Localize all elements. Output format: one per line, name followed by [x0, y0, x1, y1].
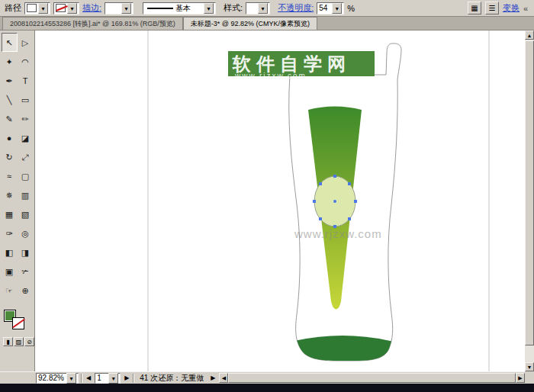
stroke-none-swatch-icon: [56, 4, 66, 12]
magic-wand-tool[interactable]: ✦: [2, 52, 18, 71]
context-label: 路径: [5, 2, 21, 14]
color-mode-button[interactable]: ▮: [3, 337, 13, 346]
opacity-link[interactable]: 不透明度:: [278, 2, 314, 14]
fill-color-dropdown[interactable]: ▾: [24, 2, 50, 14]
watermark-text: www.rjzxw.com: [294, 227, 382, 240]
selection-tool[interactable]: ↖: [2, 33, 18, 52]
artboard-number-select[interactable]: 1 ▾: [95, 373, 121, 384]
paintbrush-tool[interactable]: ✎: [2, 109, 18, 128]
canvas-area[interactable]: 软件自学网 www.rjzxw.com www.rjzxw.com: [35, 31, 525, 371]
zoom-value: 92.82%: [38, 374, 65, 382]
opacity-select[interactable]: 54 ▾: [317, 2, 344, 14]
hand-tool[interactable]: ☞: [2, 281, 18, 300]
blend-tool[interactable]: ◎: [18, 223, 34, 243]
dropdown-arrow-icon[interactable]: ▾: [121, 3, 131, 14]
pencil-tool[interactable]: ✏: [18, 109, 34, 128]
line-tool[interactable]: ╲: [2, 90, 18, 109]
pen-tool[interactable]: ✒: [2, 71, 18, 90]
dropdown-arrow-icon[interactable]: ▾: [204, 3, 214, 14]
rotate-tool[interactable]: ↻: [2, 147, 18, 166]
stroke-swatch[interactable]: [12, 317, 24, 329]
horizontal-scroll-thumb[interactable]: [228, 373, 516, 383]
brush-definition-select[interactable]: 基本 ▾: [143, 2, 216, 14]
brush-name: 基本: [175, 3, 202, 14]
artwork-svg: 软件自学网 www.rjzxw.com www.rjzxw.com: [35, 31, 525, 371]
warp-tool[interactable]: ≈: [2, 166, 18, 185]
scrollbar-corner: [525, 371, 534, 384]
watermark-banner-title: 软件自学网: [232, 53, 351, 74]
shaver-bottom-cap[interactable]: [291, 336, 394, 371]
scroll-up-icon[interactable]: ▲: [525, 31, 534, 40]
dropdown-arrow-icon[interactable]: ▾: [108, 373, 118, 384]
vertical-scrollbar[interactable]: ▲ ▼: [525, 31, 534, 371]
document-tab-bar: 2008102214553286 [转换].ai* @ 169.81% (RGB…: [0, 17, 534, 31]
free-transform-tool[interactable]: ▢: [18, 166, 34, 185]
scale-tool[interactable]: ⤢: [18, 147, 34, 166]
dropdown-arrow-icon[interactable]: ▾: [332, 3, 342, 14]
style-select[interactable]: ▾: [246, 2, 270, 14]
status-bar: 92.82% ▾ ◀ 1 ▾ ▶ 41 次还原：无重做 ▶ ◀ ▶: [0, 371, 534, 384]
symbol-sprayer-tool[interactable]: ✵: [2, 185, 18, 204]
recolor-artwork-button[interactable]: ▦: [468, 2, 481, 14]
scroll-left-icon[interactable]: ◀: [219, 373, 228, 383]
fill-stroke-widget: [4, 310, 30, 333]
blob-brush-tool[interactable]: ●: [2, 128, 18, 147]
live-paint-bucket-tool[interactable]: ◧: [2, 243, 18, 262]
artboard-tool[interactable]: ▣: [2, 262, 18, 281]
eraser-tool[interactable]: ◪: [18, 128, 34, 147]
divider: [133, 374, 134, 383]
paint-mode-buttons: ▮ ▨ ⊘: [3, 337, 34, 346]
illustrator-window: 路径 ▾ ▾ 描边: ▾ 基本 ▾ 样式: ▾ 不透明度: 54 ▾ %: [0, 0, 534, 392]
options-bar: 路径 ▾ ▾ 描边: ▾ 基本 ▾ 样式: ▾ 不透明度: 54 ▾ %: [0, 0, 534, 17]
align-button[interactable]: ☰: [485, 2, 499, 14]
opacity-value: 54: [319, 4, 330, 12]
live-paint-selection-tool[interactable]: ◨: [18, 243, 34, 262]
center-anchor-icon: [333, 200, 336, 203]
zoom-tool[interactable]: ⊕: [18, 281, 34, 300]
next-artboard-button[interactable]: ▶: [123, 374, 130, 381]
prev-artboard-button[interactable]: ◀: [85, 374, 92, 381]
slice-tool[interactable]: ✃: [18, 262, 34, 281]
document-tab-1[interactable]: 2008102214553286 [转换].ai* @ 169.81% (RGB…: [2, 17, 183, 30]
stroke-weight-select[interactable]: ▾: [105, 2, 134, 14]
dropdown-arrow-icon[interactable]: ▾: [38, 3, 48, 14]
gradient-tool[interactable]: ▧: [18, 204, 34, 223]
dropdown-arrow-icon[interactable]: ▾: [67, 3, 77, 14]
tools-grid: ↖▷✦◠✒T╲▭✎✏●◪↻⤢≈▢✵▥▦▧✑◎◧◨▣✃☞⊕: [0, 31, 34, 300]
rectangle-tool[interactable]: ▭: [18, 90, 34, 109]
brush-line-preview-icon: [147, 8, 173, 9]
mesh-tool[interactable]: ▦: [2, 204, 18, 223]
none-mode-button[interactable]: ⊘: [24, 337, 34, 346]
type-tool[interactable]: T: [18, 71, 34, 90]
percent-sign: %: [347, 4, 355, 13]
dropdown-arrow-icon[interactable]: ▾: [66, 373, 76, 384]
dropdown-arrow-icon[interactable]: ▾: [258, 3, 268, 14]
fill-color-swatch-icon: [27, 4, 37, 12]
vertical-scroll-thumb[interactable]: [525, 40, 534, 345]
document-tab-2[interactable]: 未标题-3* @ 92.82% (CMYK/像素预览): [183, 17, 317, 30]
scroll-right-icon[interactable]: ▶: [516, 373, 525, 383]
gradient-mode-button[interactable]: ▨: [14, 337, 24, 346]
style-label: 样式:: [224, 2, 243, 14]
tools-panel: ↖▷✦◠✒T╲▭✎✏●◪↻⤢≈▢✵▥▦▧✑◎◧◨▣✃☞⊕ ▮ ▨ ⊘: [0, 31, 35, 371]
zoom-level-select[interactable]: 92.82% ▾: [36, 373, 79, 384]
watermark-banner-url: www.rjzxw.com: [234, 72, 307, 80]
direct-selection-tool[interactable]: ▷: [18, 33, 34, 52]
scroll-down-icon[interactable]: ▼: [525, 362, 534, 371]
transform-link[interactable]: 变换: [503, 2, 520, 14]
options-bar-right-group: ▦ ☰ 变换 «: [468, 2, 529, 14]
graph-tool[interactable]: ▥: [18, 185, 34, 204]
horizontal-scrollbar[interactable]: ◀ ▶: [219, 373, 525, 383]
stroke-link[interactable]: 描边:: [82, 2, 101, 14]
eyedropper-tool[interactable]: ✑: [2, 223, 18, 243]
taskbar-edge: [0, 384, 534, 392]
stroke-color-dropdown[interactable]: ▾: [53, 2, 79, 14]
artboard-number-value: 1: [97, 374, 107, 382]
divider: [81, 374, 82, 383]
undo-status-text: 41 次还原：无重做: [137, 373, 207, 384]
overflow-chevron-icon[interactable]: «: [523, 4, 528, 13]
status-popup-icon[interactable]: ▶: [209, 374, 217, 381]
lasso-tool[interactable]: ◠: [18, 52, 34, 71]
